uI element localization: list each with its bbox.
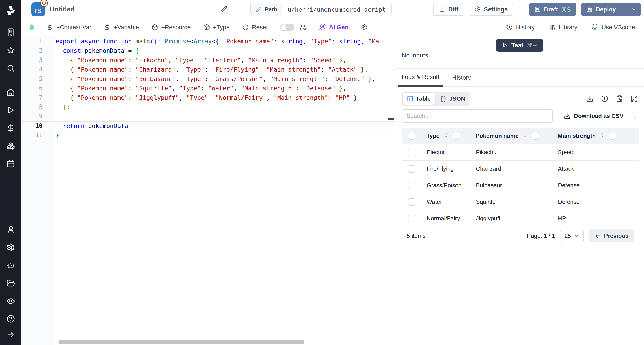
code-editor[interactable]: 1export async function main(): Promise<A… [22, 36, 395, 345]
row-checkbox[interactable] [408, 165, 416, 173]
app: TS Untitled Path u/henri/unencumbered_sc… [0, 0, 644, 345]
search-input[interactable] [402, 109, 553, 123]
tab-history[interactable]: History [448, 69, 474, 87]
row-checkbox[interactable] [408, 215, 416, 222]
table-cell: Speed [553, 144, 639, 160]
gear-icon [6, 243, 15, 252]
indent-guide [78, 56, 78, 112]
result-header: Table {} JSON [395, 87, 644, 109]
column-checkbox[interactable] [532, 132, 539, 140]
add-context-var-button[interactable]: +Context Var [46, 24, 91, 31]
column-checkbox[interactable] [609, 132, 616, 140]
reset-button[interactable]: Reset [242, 24, 268, 31]
sidebar-item-variables[interactable] [0, 123, 22, 133]
select-all-checkbox[interactable] [408, 132, 416, 140]
table-menu-button[interactable] [631, 113, 638, 119]
add-type-button[interactable]: +Type [203, 24, 230, 31]
page-size-select[interactable]: 25 [560, 230, 584, 242]
column-header-type[interactable]: Type [422, 132, 471, 140]
sidebar-item-folders[interactable] [0, 278, 22, 288]
row-checkbox[interactable] [408, 198, 416, 206]
sidebar-item-users[interactable] [0, 224, 22, 235]
test-row: Test ⌘↵ No inputs [395, 36, 644, 69]
sidebar-item-schedules[interactable] [0, 159, 22, 169]
line-number: 10 [22, 122, 42, 129]
chevron-down-icon [574, 233, 580, 238]
row-checkbox[interactable] [408, 182, 416, 189]
view-toggle-table[interactable]: Table [402, 93, 435, 105]
sidebar-item-resources[interactable] [0, 141, 22, 151]
draft-button[interactable]: Draft ⌘S [529, 3, 576, 16]
add-variable-button[interactable]: +Variable [104, 24, 139, 31]
sidebar-item-settings[interactable] [0, 242, 22, 253]
sidebar-item-workspace[interactable] [0, 27, 22, 38]
download-result-button[interactable] [586, 95, 594, 102]
path-value[interactable]: u/henri/unencumbered_script [282, 3, 391, 16]
tab-logs-result[interactable]: Logs & Result [398, 69, 443, 87]
table-cell: Jigglypuff [471, 210, 553, 227]
column-checkbox[interactable] [452, 132, 460, 140]
items-count: 5 items [407, 232, 426, 239]
previous-label: Previous [604, 232, 628, 239]
sidebar-item-expand[interactable] [0, 330, 22, 340]
expand-result-button[interactable] [630, 95, 638, 102]
ai-gen-label: AI Gen [329, 24, 348, 31]
sidebar-item-help[interactable] [0, 314, 22, 324]
windmill-logo[interactable] [4, 4, 17, 17]
sidebar-item-audit-logs[interactable] [0, 296, 22, 306]
add-variable-label: +Variable [114, 24, 139, 31]
table-search-row: Download as CSV [395, 109, 644, 128]
collab-toggle[interactable] [280, 24, 294, 31]
copy-result-button[interactable] [616, 95, 623, 102]
code-line: 6 { "Pokemon name": "Squirtle", "Type": … [22, 84, 395, 93]
result-tabs: Logs & Result History [395, 69, 644, 87]
code-line: 3 { "Pokemon name": "Pikachu", "Type": "… [22, 55, 395, 65]
sidebar-item-search[interactable] [0, 63, 22, 73]
deploy-label: Deploy [596, 6, 616, 13]
library-button[interactable]: Library [549, 24, 577, 31]
code-line: 1export async function main(): Promise<A… [22, 37, 395, 46]
column-header-main-strength[interactable]: Main strength [553, 132, 639, 140]
path-control[interactable]: Path u/henri/unencumbered_script [250, 3, 392, 16]
column-label: Main strength [558, 132, 596, 139]
table-cell: Defense [553, 194, 639, 210]
gear-icon [474, 6, 481, 13]
diff-button[interactable]: Diff [433, 3, 464, 16]
sidebar-item-workers[interactable] [0, 260, 22, 270]
column-header-pokemon-name[interactable]: Pokemon name [471, 132, 553, 140]
play-icon [6, 106, 15, 114]
history-button[interactable]: History [506, 24, 535, 31]
maximize-icon [630, 95, 638, 102]
sidebar-item-favorites[interactable] [0, 45, 22, 56]
sort-icon[interactable] [443, 132, 449, 140]
result-info-button[interactable] [601, 95, 608, 102]
boxes-icon [6, 142, 15, 150]
result-table: Type Pokemon name Main strength [402, 128, 639, 245]
sort-icon[interactable] [599, 132, 605, 140]
sidebar-item-runs[interactable] [0, 105, 22, 115]
add-resource-button[interactable]: +Resource [152, 24, 190, 31]
view-toggle-json[interactable]: {} JSON [435, 93, 470, 105]
settings-button[interactable]: Settings [469, 3, 514, 16]
table-row: Grass/PoisonBulbasaurDefense [402, 177, 639, 194]
sidebar-item-home[interactable] [0, 87, 22, 97]
deploy-button[interactable]: Deploy [581, 3, 641, 16]
ai-gen-button[interactable]: AI Gen [319, 24, 348, 31]
previous-page-button[interactable]: Previous [589, 229, 634, 242]
table-cell: Squirtle [471, 194, 553, 210]
row-checkbox[interactable] [408, 149, 416, 156]
users-icon [300, 24, 306, 31]
use-vscode-label: Use VScode [602, 24, 635, 31]
deploy-dropdown-button[interactable] [628, 3, 641, 16]
test-button[interactable]: Test ⌘↵ [496, 39, 544, 52]
edit-summary-button[interactable] [220, 6, 228, 13]
typescript-badge-label: TS [31, 8, 42, 16]
test-label: Test [512, 42, 524, 49]
result-table-body: ElectricPikachuSpeedFire/FlyingCharizard… [402, 144, 639, 227]
sort-icon[interactable] [522, 132, 528, 140]
download-csv-button[interactable]: Download as CSV [564, 113, 624, 120]
horizontal-scrollbar[interactable] [58, 340, 304, 344]
editor-settings-button[interactable] [361, 24, 368, 31]
use-vscode-button[interactable]: Use VScode [592, 24, 635, 31]
view-toggle-json-label: JSON [449, 95, 465, 102]
